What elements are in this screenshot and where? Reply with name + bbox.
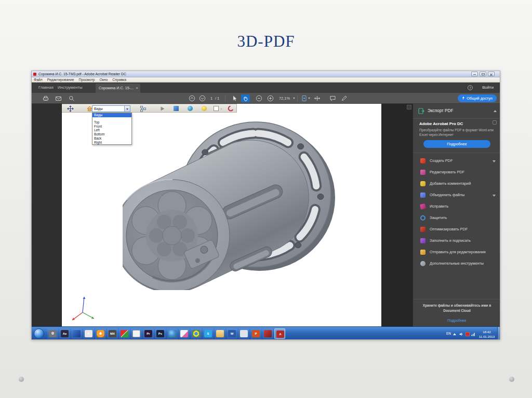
tool-fill-sign[interactable]: Заполнить и подписать (413, 236, 500, 246)
language-indicator[interactable]: EN (446, 332, 451, 335)
tab-document[interactable]: Сорокина И.С. 15-... × (96, 84, 140, 93)
zoom-out-icon[interactable] (256, 95, 262, 102)
menu-help[interactable]: Справка (112, 78, 126, 81)
view-option-top[interactable]: Top (92, 120, 131, 125)
tool-add-comment[interactable]: Добавить комментарий (413, 179, 500, 189)
tool-optimize-pdf[interactable]: Оптимизировать PDF (413, 224, 500, 235)
folder-icon[interactable] (215, 328, 225, 339)
media-app-icon[interactable] (71, 328, 82, 339)
taskbar-clock[interactable]: 18:42 11.01.2013 (478, 330, 496, 339)
solidworks-icon[interactable] (262, 328, 273, 339)
maximize-button[interactable] (480, 72, 486, 76)
zoom-in-icon[interactable] (267, 95, 274, 102)
chrome-icon[interactable] (191, 328, 202, 339)
collapse-icon[interactable] (494, 110, 497, 112)
photo-app-icon[interactable] (179, 328, 190, 339)
premiere-icon[interactable]: Pr (143, 328, 154, 339)
view-option-left[interactable]: Left (92, 128, 131, 132)
learn-more-button[interactable]: Подробнее (423, 140, 490, 148)
background-color-icon[interactable] (214, 106, 219, 111)
sign-in-button[interactable]: Войти (482, 83, 494, 93)
close-button[interactable] (488, 72, 495, 76)
fill-sign-icon[interactable] (341, 95, 348, 102)
hand-tool-icon[interactable] (241, 94, 250, 102)
acdsee-icon[interactable]: A (83, 328, 94, 339)
kompas-icon[interactable] (238, 328, 249, 339)
view-option-right[interactable]: Right (92, 141, 131, 145)
play-animation-icon[interactable] (159, 105, 166, 112)
search-icon[interactable] (68, 95, 75, 102)
menu-file[interactable]: Файл (34, 78, 43, 81)
rotate-tool-icon[interactable] (67, 105, 74, 112)
views-dropdown-button[interactable] (124, 106, 130, 112)
tool-combine-files[interactable]: Объединить файлы (413, 190, 500, 200)
more-tools-icon (420, 261, 425, 266)
previous-page-icon[interactable] (189, 95, 195, 102)
export-pdf-section[interactable]: Экспорт PDF (418, 107, 497, 116)
expand-icon[interactable] (493, 195, 496, 197)
camera-app-icon[interactable] (47, 328, 58, 339)
powerpoint-icon[interactable]: P (250, 328, 261, 339)
view-option-bottom[interactable]: Bottom (92, 132, 131, 136)
share-button[interactable]: Общий доступ (458, 94, 497, 102)
photoshop-icon[interactable]: Ps (155, 328, 166, 339)
view-option-front[interactable]: Front (92, 125, 131, 129)
protect-icon (420, 215, 425, 221)
tool-more-tools[interactable]: Дополнительные инструменты (413, 258, 500, 269)
tab-close-icon[interactable]: × (136, 84, 138, 93)
email-icon[interactable] (55, 95, 62, 102)
hidden-icons-arrow-icon[interactable] (453, 333, 456, 335)
document-cloud-link[interactable]: Подробнее (413, 319, 500, 322)
page-number-field[interactable]: 1 (210, 93, 212, 104)
notepad-icon[interactable] (131, 328, 142, 339)
expand-icon[interactable] (493, 160, 496, 162)
word-icon[interactable]: W (227, 328, 237, 339)
skype-icon[interactable]: S (203, 328, 214, 339)
view-option-selected[interactable]: Виды (92, 113, 131, 117)
select-tool-icon[interactable] (231, 95, 238, 102)
zoom-level-value[interactable]: 72,1% (279, 93, 290, 104)
navigation-pane[interactable] (32, 104, 62, 326)
next-page-icon[interactable] (199, 95, 206, 102)
model-tree-icon[interactable] (140, 105, 147, 112)
coreldraw-icon[interactable] (119, 328, 130, 339)
show-desktop-button[interactable] (497, 327, 500, 340)
fit-width-icon[interactable] (314, 95, 321, 102)
scrollbar[interactable] (407, 105, 411, 109)
tools-panel: Экспорт PDF Adobe Acrobat Pro DC Преобра… (413, 104, 500, 326)
page-display-caret-icon[interactable] (308, 98, 310, 99)
tab-tools[interactable]: Инструменты (58, 83, 82, 93)
after-effects-icon[interactable]: Ae (59, 328, 70, 339)
menu-window[interactable]: Окно (100, 78, 108, 81)
comment-icon[interactable] (329, 95, 336, 102)
3d-model-viewport[interactable] (123, 114, 341, 290)
network-icon[interactable] (471, 332, 476, 336)
tool-protect[interactable]: Защитить (413, 213, 500, 223)
zoom-caret-icon[interactable] (293, 98, 295, 99)
views-dropdown[interactable]: Виды (92, 105, 130, 112)
menu-edit[interactable]: Редактирование (47, 78, 74, 81)
tab-home[interactable]: Главная (38, 83, 54, 93)
print-icon[interactable] (42, 95, 49, 102)
lighting-mode-icon[interactable] (188, 106, 193, 111)
start-button[interactable] (34, 328, 44, 339)
view-option-back[interactable]: Back (92, 136, 131, 141)
orange-app-icon[interactable]: O (95, 328, 106, 339)
cross-section-icon[interactable] (227, 105, 234, 112)
tool-edit-pdf[interactable]: Редактировать PDF (413, 167, 500, 177)
page-display-icon[interactable] (301, 95, 308, 102)
tool-create-pdf[interactable]: Создать PDF (413, 156, 500, 166)
extra-lighting-icon[interactable] (202, 106, 207, 111)
tool-fix[interactable]: Исправить (413, 201, 500, 212)
volume-icon[interactable] (459, 332, 463, 336)
menu-view[interactable]: Просмотр (79, 78, 95, 81)
minimize-button[interactable] (471, 72, 478, 76)
dreamweaver-icon[interactable]: MX (107, 328, 118, 339)
acrobat-taskbar-icon[interactable]: A (274, 328, 285, 339)
help-icon[interactable]: ? (468, 85, 473, 90)
render-mode-icon[interactable] (174, 106, 179, 111)
google-earth-icon[interactable] (167, 328, 178, 339)
background-color-caret-icon[interactable] (220, 108, 222, 110)
tool-send-for-review[interactable]: Отправить для редактирования (413, 247, 500, 257)
tray-app-icon[interactable] (466, 332, 470, 336)
